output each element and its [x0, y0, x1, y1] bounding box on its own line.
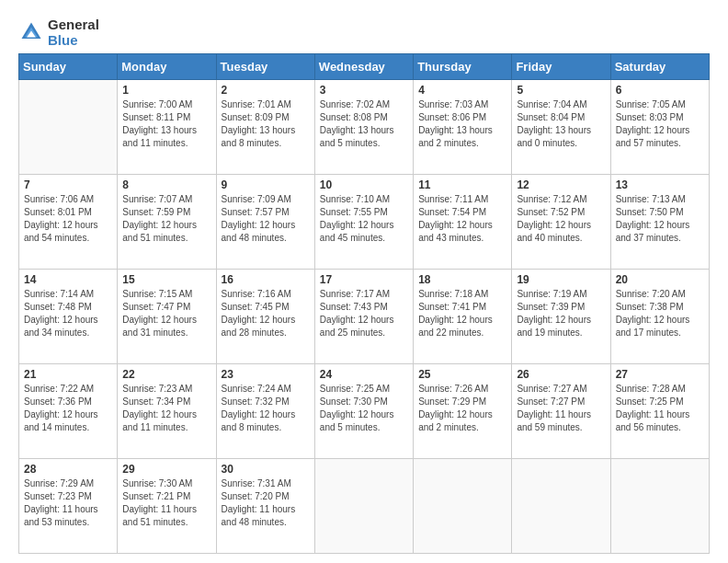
- calendar-cell: 25Sunrise: 7:26 AMSunset: 7:29 PMDayligh…: [414, 364, 512, 459]
- calendar-week-row-4: 28Sunrise: 7:29 AMSunset: 7:23 PMDayligh…: [19, 459, 710, 554]
- weekday-header-saturday: Saturday: [610, 54, 709, 80]
- day-info: Sunrise: 7:26 AMSunset: 7:29 PMDaylight:…: [418, 383, 506, 434]
- day-number: 28: [24, 463, 112, 476]
- calendar-cell: 20Sunrise: 7:20 AMSunset: 7:38 PMDayligh…: [610, 270, 709, 364]
- day-info: Sunrise: 7:25 AMSunset: 7:30 PMDaylight:…: [320, 383, 408, 434]
- day-info: Sunrise: 7:03 AMSunset: 8:06 PMDaylight:…: [418, 98, 506, 150]
- day-number: 26: [517, 368, 605, 381]
- weekday-header-row: SundayMondayTuesdayWednesdayThursdayFrid…: [19, 54, 710, 80]
- day-info: Sunrise: 7:19 AMSunset: 7:39 PMDaylight:…: [517, 288, 605, 339]
- calendar-week-row-0: 1Sunrise: 7:00 AMSunset: 8:11 PMDaylight…: [19, 80, 710, 175]
- logo-icon: [18, 19, 44, 45]
- calendar-cell: [512, 459, 610, 554]
- day-number: 30: [222, 463, 310, 476]
- calendar-cell: 10Sunrise: 7:10 AMSunset: 7:55 PMDayligh…: [314, 175, 413, 270]
- calendar-cell: 18Sunrise: 7:18 AMSunset: 7:41 PMDayligh…: [414, 270, 512, 364]
- day-info: Sunrise: 7:24 AMSunset: 7:32 PMDaylight:…: [222, 383, 310, 434]
- day-info: Sunrise: 7:04 AMSunset: 8:04 PMDaylight:…: [517, 98, 605, 150]
- logo: General Blue: [18, 17, 99, 48]
- calendar-table: SundayMondayTuesdayWednesdayThursdayFrid…: [18, 53, 710, 554]
- calendar-cell: 12Sunrise: 7:12 AMSunset: 7:52 PMDayligh…: [512, 175, 610, 270]
- logo-text: General Blue: [48, 17, 99, 48]
- calendar-cell: 6Sunrise: 7:05 AMSunset: 8:03 PMDaylight…: [610, 80, 709, 175]
- day-number: 16: [222, 273, 310, 286]
- calendar-cell: 8Sunrise: 7:07 AMSunset: 7:59 PMDaylight…: [118, 175, 216, 270]
- day-number: 7: [24, 178, 112, 191]
- day-number: 12: [517, 178, 605, 191]
- day-number: 27: [616, 368, 704, 381]
- weekday-header-wednesday: Wednesday: [314, 54, 413, 80]
- weekday-header-monday: Monday: [118, 54, 216, 80]
- day-info: Sunrise: 7:12 AMSunset: 7:52 PMDaylight:…: [517, 193, 605, 245]
- day-number: 14: [24, 273, 112, 286]
- day-number: 25: [418, 368, 506, 381]
- header: General Blue: [18, 17, 710, 48]
- day-number: 29: [122, 463, 210, 476]
- day-number: 19: [517, 273, 605, 286]
- day-info: Sunrise: 7:11 AMSunset: 7:54 PMDaylight:…: [418, 193, 506, 245]
- calendar-cell: 21Sunrise: 7:22 AMSunset: 7:36 PMDayligh…: [19, 364, 118, 459]
- day-info: Sunrise: 7:07 AMSunset: 7:59 PMDaylight:…: [122, 193, 210, 245]
- day-number: 17: [320, 273, 408, 286]
- day-info: Sunrise: 7:01 AMSunset: 8:09 PMDaylight:…: [222, 98, 310, 150]
- day-number: 21: [24, 368, 112, 381]
- calendar-cell: 27Sunrise: 7:28 AMSunset: 7:25 PMDayligh…: [610, 364, 709, 459]
- calendar-cell: 1Sunrise: 7:00 AMSunset: 8:11 PMDaylight…: [118, 80, 216, 175]
- calendar-cell: 24Sunrise: 7:25 AMSunset: 7:30 PMDayligh…: [314, 364, 413, 459]
- day-info: Sunrise: 7:23 AMSunset: 7:34 PMDaylight:…: [122, 383, 210, 434]
- calendar-cell: 19Sunrise: 7:19 AMSunset: 7:39 PMDayligh…: [512, 270, 610, 364]
- calendar-cell: [610, 459, 709, 554]
- calendar-cell: 29Sunrise: 7:30 AMSunset: 7:21 PMDayligh…: [118, 459, 216, 554]
- day-info: Sunrise: 7:30 AMSunset: 7:21 PMDaylight:…: [122, 477, 210, 529]
- calendar-cell: [19, 80, 118, 175]
- weekday-header-friday: Friday: [512, 54, 610, 80]
- day-info: Sunrise: 7:22 AMSunset: 7:36 PMDaylight:…: [24, 383, 112, 434]
- day-info: Sunrise: 7:18 AMSunset: 7:41 PMDaylight:…: [418, 288, 506, 339]
- day-info: Sunrise: 7:27 AMSunset: 7:27 PMDaylight:…: [517, 383, 605, 434]
- day-info: Sunrise: 7:05 AMSunset: 8:03 PMDaylight:…: [616, 98, 704, 150]
- calendar-week-row-1: 7Sunrise: 7:06 AMSunset: 8:01 PMDaylight…: [19, 175, 710, 270]
- day-info: Sunrise: 7:20 AMSunset: 7:38 PMDaylight:…: [616, 288, 704, 339]
- calendar-cell: 7Sunrise: 7:06 AMSunset: 8:01 PMDaylight…: [19, 175, 118, 270]
- day-number: 11: [418, 178, 506, 191]
- calendar-cell: 2Sunrise: 7:01 AMSunset: 8:09 PMDaylight…: [216, 80, 314, 175]
- day-info: Sunrise: 7:06 AMSunset: 8:01 PMDaylight:…: [24, 193, 112, 245]
- day-number: 3: [320, 84, 408, 97]
- day-info: Sunrise: 7:17 AMSunset: 7:43 PMDaylight:…: [320, 288, 408, 339]
- calendar-cell: 3Sunrise: 7:02 AMSunset: 8:08 PMDaylight…: [314, 80, 413, 175]
- day-number: 6: [616, 84, 704, 97]
- day-number: 20: [616, 273, 704, 286]
- calendar-week-row-2: 14Sunrise: 7:14 AMSunset: 7:48 PMDayligh…: [19, 270, 710, 364]
- calendar-cell: 16Sunrise: 7:16 AMSunset: 7:45 PMDayligh…: [216, 270, 314, 364]
- day-info: Sunrise: 7:14 AMSunset: 7:48 PMDaylight:…: [24, 288, 112, 339]
- day-info: Sunrise: 7:29 AMSunset: 7:23 PMDaylight:…: [24, 477, 112, 529]
- day-info: Sunrise: 7:28 AMSunset: 7:25 PMDaylight:…: [616, 383, 704, 434]
- day-number: 22: [122, 368, 210, 381]
- day-number: 18: [418, 273, 506, 286]
- calendar-cell: 5Sunrise: 7:04 AMSunset: 8:04 PMDaylight…: [512, 80, 610, 175]
- calendar-cell: [314, 459, 413, 554]
- day-number: 23: [222, 368, 310, 381]
- day-number: 9: [222, 178, 310, 191]
- day-number: 2: [222, 84, 310, 97]
- calendar-cell: 13Sunrise: 7:13 AMSunset: 7:50 PMDayligh…: [610, 175, 709, 270]
- weekday-header-sunday: Sunday: [19, 54, 118, 80]
- calendar-cell: 17Sunrise: 7:17 AMSunset: 7:43 PMDayligh…: [314, 270, 413, 364]
- calendar-cell: 28Sunrise: 7:29 AMSunset: 7:23 PMDayligh…: [19, 459, 118, 554]
- day-number: 4: [418, 84, 506, 97]
- day-info: Sunrise: 7:15 AMSunset: 7:47 PMDaylight:…: [122, 288, 210, 339]
- calendar-cell: 22Sunrise: 7:23 AMSunset: 7:34 PMDayligh…: [118, 364, 216, 459]
- calendar-cell: 11Sunrise: 7:11 AMSunset: 7:54 PMDayligh…: [414, 175, 512, 270]
- calendar-cell: 4Sunrise: 7:03 AMSunset: 8:06 PMDaylight…: [414, 80, 512, 175]
- calendar-cell: 15Sunrise: 7:15 AMSunset: 7:47 PMDayligh…: [118, 270, 216, 364]
- day-number: 15: [122, 273, 210, 286]
- calendar-cell: 23Sunrise: 7:24 AMSunset: 7:32 PMDayligh…: [216, 364, 314, 459]
- calendar-week-row-3: 21Sunrise: 7:22 AMSunset: 7:36 PMDayligh…: [19, 364, 710, 459]
- day-number: 24: [320, 368, 408, 381]
- day-info: Sunrise: 7:31 AMSunset: 7:20 PMDaylight:…: [222, 477, 310, 529]
- day-number: 13: [616, 178, 704, 191]
- page: General Blue SundayMondayTuesdayWednesda…: [0, 0, 728, 563]
- day-number: 1: [122, 84, 210, 97]
- day-number: 5: [517, 84, 605, 97]
- calendar-cell: [414, 459, 512, 554]
